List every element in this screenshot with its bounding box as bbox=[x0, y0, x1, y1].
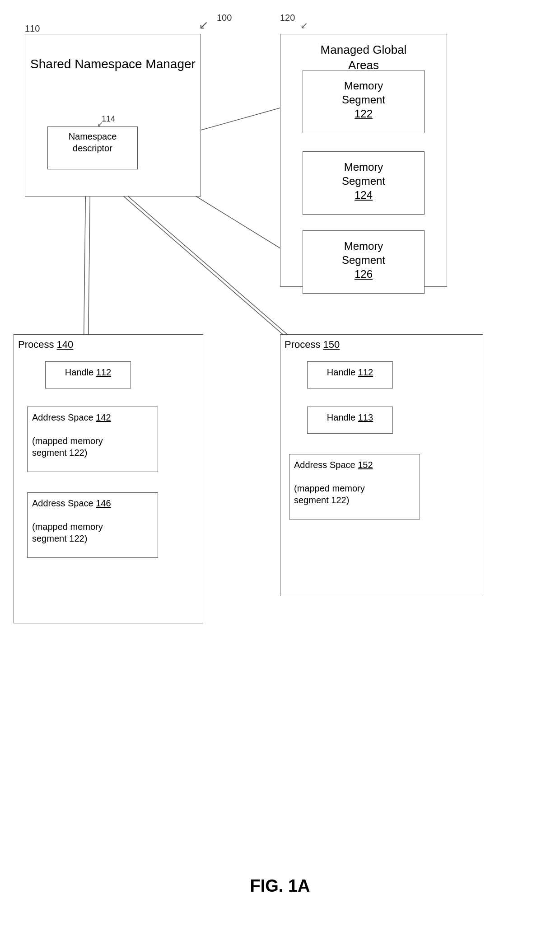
handle-112-p140-label: Handle 112 bbox=[46, 362, 131, 383]
process-150-label: Process 150 bbox=[285, 339, 340, 351]
ref-110-label: 110 bbox=[25, 23, 40, 34]
addr-space-146-label: Address Space 146(mapped memorysegment 1… bbox=[28, 493, 158, 549]
handle-113-p150-box: Handle 113 bbox=[307, 407, 393, 434]
addr-space-152-label: Address Space 152(mapped memorysegment 1… bbox=[289, 454, 420, 510]
addr-space-142-box: Address Space 142(mapped memorysegment 1… bbox=[27, 407, 158, 472]
ref-100-label: 100 bbox=[217, 13, 232, 23]
memory-segment-124-label: MemorySegment124 bbox=[303, 156, 424, 206]
handle-112-p140-box: Handle 112 bbox=[45, 361, 131, 388]
addr-space-146-box: Address Space 146(mapped memorysegment 1… bbox=[27, 492, 158, 558]
process-140-label: Process 140 bbox=[18, 339, 73, 351]
memory-segment-122-box: MemorySegment122 bbox=[303, 70, 425, 133]
figure-label: FIG. 1A bbox=[0, 876, 560, 895]
ref-114-brace: ↙ bbox=[97, 120, 103, 128]
memory-segment-126-label: MemorySegment126 bbox=[303, 235, 424, 285]
addr-space-142-label: Address Space 142(mapped memorysegment 1… bbox=[28, 407, 158, 463]
diagram: 100 ↙ 110 ↙ 120 ↙ Shared Namespace Manag… bbox=[0, 0, 560, 931]
ref-114-label: 114 bbox=[102, 114, 115, 124]
ref-100-brace: ↙ bbox=[199, 18, 209, 32]
shared-namespace-manager-label: Shared Namespace Manager bbox=[25, 52, 201, 76]
ref-120-label: 120 bbox=[280, 13, 295, 23]
namespace-descriptor-label: Namespacedescriptor bbox=[48, 127, 137, 158]
handle-113-p150-label: Handle 113 bbox=[308, 407, 392, 428]
addr-space-152-box: Address Space 152(mapped memorysegment 1… bbox=[289, 454, 420, 519]
handle-112-p150-box: Handle 112 bbox=[307, 361, 393, 388]
memory-segment-122-label: MemorySegment122 bbox=[303, 75, 424, 125]
memory-segment-126-box: MemorySegment126 bbox=[303, 230, 425, 294]
svg-line-2 bbox=[84, 169, 86, 361]
handle-112-p150-label: Handle 112 bbox=[308, 362, 392, 383]
namespace-descriptor-box: Namespacedescriptor bbox=[47, 126, 138, 169]
memory-segment-124-box: MemorySegment124 bbox=[303, 151, 425, 215]
svg-line-3 bbox=[88, 169, 90, 361]
ref-120-brace: ↙ bbox=[300, 20, 308, 31]
